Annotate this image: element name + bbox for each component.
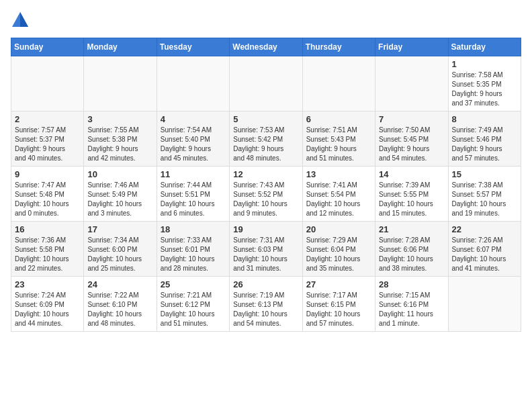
day-info: Sunrise: 7:51 AM Sunset: 5:43 PM Dayligh… xyxy=(306,126,371,163)
day-number: 19 xyxy=(233,224,298,234)
day-header-tuesday: Tuesday xyxy=(157,38,229,56)
calendar-cell: 11Sunrise: 7:44 AM Sunset: 5:51 PM Dayli… xyxy=(157,167,229,222)
day-number: 28 xyxy=(379,279,444,289)
calendar-cell: 8Sunrise: 7:49 AM Sunset: 5:46 PM Daylig… xyxy=(448,111,521,167)
calendar-cell xyxy=(157,56,229,111)
calendar-cell: 3Sunrise: 7:55 AM Sunset: 5:38 PM Daylig… xyxy=(84,111,157,167)
day-number: 16 xyxy=(15,224,80,234)
calendar-cell: 4Sunrise: 7:54 AM Sunset: 5:40 PM Daylig… xyxy=(157,111,229,167)
page-header xyxy=(11,11,521,30)
day-number: 12 xyxy=(233,169,298,179)
day-info: Sunrise: 7:26 AM Sunset: 6:07 PM Dayligh… xyxy=(452,236,517,273)
day-info: Sunrise: 7:47 AM Sunset: 5:48 PM Dayligh… xyxy=(15,181,80,218)
day-number: 26 xyxy=(233,279,298,289)
calendar-week-row: 23Sunrise: 7:24 AM Sunset: 6:09 PM Dayli… xyxy=(11,277,521,332)
calendar-cell: 23Sunrise: 7:24 AM Sunset: 6:09 PM Dayli… xyxy=(11,277,84,332)
day-info: Sunrise: 7:28 AM Sunset: 6:06 PM Dayligh… xyxy=(379,236,444,273)
day-number: 9 xyxy=(15,169,80,179)
day-info: Sunrise: 7:31 AM Sunset: 6:03 PM Dayligh… xyxy=(233,236,298,273)
day-number: 14 xyxy=(379,169,444,179)
day-info: Sunrise: 7:49 AM Sunset: 5:46 PM Dayligh… xyxy=(452,126,517,163)
day-number: 22 xyxy=(452,224,517,234)
day-number: 11 xyxy=(161,169,226,179)
calendar-cell xyxy=(230,56,302,111)
day-number: 10 xyxy=(87,169,152,179)
day-info: Sunrise: 7:46 AM Sunset: 5:49 PM Dayligh… xyxy=(87,181,152,218)
calendar-cell: 15Sunrise: 7:38 AM Sunset: 5:57 PM Dayli… xyxy=(448,167,521,222)
day-number: 25 xyxy=(161,279,226,289)
day-number: 2 xyxy=(15,114,80,124)
calendar-cell: 5Sunrise: 7:53 AM Sunset: 5:42 PM Daylig… xyxy=(230,111,302,167)
svg-marker-1 xyxy=(20,12,28,27)
calendar-table: SundayMondayTuesdayWednesdayThursdayFrid… xyxy=(11,38,521,332)
day-info: Sunrise: 7:17 AM Sunset: 6:15 PM Dayligh… xyxy=(306,291,371,328)
calendar-cell xyxy=(375,56,448,111)
day-info: Sunrise: 7:50 AM Sunset: 5:45 PM Dayligh… xyxy=(379,126,444,163)
day-number: 21 xyxy=(379,224,444,234)
day-header-sunday: Sunday xyxy=(11,38,84,56)
day-info: Sunrise: 7:33 AM Sunset: 6:01 PM Dayligh… xyxy=(161,236,226,273)
day-number: 13 xyxy=(306,169,371,179)
calendar-header-row: SundayMondayTuesdayWednesdayThursdayFrid… xyxy=(11,38,521,56)
day-number: 23 xyxy=(15,279,80,289)
day-info: Sunrise: 7:22 AM Sunset: 6:10 PM Dayligh… xyxy=(87,291,152,328)
day-number: 4 xyxy=(161,114,226,124)
day-info: Sunrise: 7:43 AM Sunset: 5:52 PM Dayligh… xyxy=(233,181,298,218)
calendar-cell: 19Sunrise: 7:31 AM Sunset: 6:03 PM Dayli… xyxy=(230,222,302,277)
day-info: Sunrise: 7:57 AM Sunset: 5:37 PM Dayligh… xyxy=(15,126,80,163)
calendar-cell: 21Sunrise: 7:28 AM Sunset: 6:06 PM Dayli… xyxy=(375,222,448,277)
day-number: 7 xyxy=(379,114,444,124)
day-header-thursday: Thursday xyxy=(302,38,375,56)
calendar-cell: 14Sunrise: 7:39 AM Sunset: 5:55 PM Dayli… xyxy=(375,167,448,222)
day-info: Sunrise: 7:38 AM Sunset: 5:57 PM Dayligh… xyxy=(452,181,517,218)
day-info: Sunrise: 7:21 AM Sunset: 6:12 PM Dayligh… xyxy=(161,291,226,328)
day-info: Sunrise: 7:58 AM Sunset: 5:35 PM Dayligh… xyxy=(452,71,517,108)
logo xyxy=(11,11,32,30)
calendar-cell: 2Sunrise: 7:57 AM Sunset: 5:37 PM Daylig… xyxy=(11,111,84,167)
calendar-cell: 7Sunrise: 7:50 AM Sunset: 5:45 PM Daylig… xyxy=(375,111,448,167)
day-header-monday: Monday xyxy=(84,38,157,56)
day-number: 17 xyxy=(87,224,152,234)
day-info: Sunrise: 7:36 AM Sunset: 5:58 PM Dayligh… xyxy=(15,236,80,273)
day-number: 6 xyxy=(306,114,371,124)
day-header-saturday: Saturday xyxy=(448,38,521,56)
day-info: Sunrise: 7:54 AM Sunset: 5:40 PM Dayligh… xyxy=(161,126,226,163)
calendar-cell: 10Sunrise: 7:46 AM Sunset: 5:49 PM Dayli… xyxy=(84,167,157,222)
calendar-cell xyxy=(84,56,157,111)
calendar-cell: 6Sunrise: 7:51 AM Sunset: 5:43 PM Daylig… xyxy=(302,111,375,167)
calendar-cell: 20Sunrise: 7:29 AM Sunset: 6:04 PM Dayli… xyxy=(302,222,375,277)
day-info: Sunrise: 7:39 AM Sunset: 5:55 PM Dayligh… xyxy=(379,181,444,218)
day-info: Sunrise: 7:29 AM Sunset: 6:04 PM Dayligh… xyxy=(306,236,371,273)
calendar-cell: 24Sunrise: 7:22 AM Sunset: 6:10 PM Dayli… xyxy=(84,277,157,332)
calendar-cell: 25Sunrise: 7:21 AM Sunset: 6:12 PM Dayli… xyxy=(157,277,229,332)
day-info: Sunrise: 7:15 AM Sunset: 6:16 PM Dayligh… xyxy=(379,291,444,328)
day-number: 3 xyxy=(87,114,152,124)
calendar-cell: 16Sunrise: 7:36 AM Sunset: 5:58 PM Dayli… xyxy=(11,222,84,277)
day-info: Sunrise: 7:41 AM Sunset: 5:54 PM Dayligh… xyxy=(306,181,371,218)
day-number: 27 xyxy=(306,279,371,289)
calendar-cell xyxy=(302,56,375,111)
day-info: Sunrise: 7:34 AM Sunset: 6:00 PM Dayligh… xyxy=(87,236,152,273)
calendar-cell: 18Sunrise: 7:33 AM Sunset: 6:01 PM Dayli… xyxy=(157,222,229,277)
day-info: Sunrise: 7:55 AM Sunset: 5:38 PM Dayligh… xyxy=(87,126,152,163)
day-info: Sunrise: 7:53 AM Sunset: 5:42 PM Dayligh… xyxy=(233,126,298,163)
day-info: Sunrise: 7:24 AM Sunset: 6:09 PM Dayligh… xyxy=(15,291,80,328)
calendar-week-row: 1Sunrise: 7:58 AM Sunset: 5:35 PM Daylig… xyxy=(11,56,521,111)
calendar-cell: 22Sunrise: 7:26 AM Sunset: 6:07 PM Dayli… xyxy=(448,222,521,277)
day-number: 24 xyxy=(87,279,152,289)
day-number: 1 xyxy=(452,59,517,69)
calendar-cell xyxy=(11,56,84,111)
calendar-week-row: 9Sunrise: 7:47 AM Sunset: 5:48 PM Daylig… xyxy=(11,167,521,222)
calendar-cell: 28Sunrise: 7:15 AM Sunset: 6:16 PM Dayli… xyxy=(375,277,448,332)
calendar-cell: 12Sunrise: 7:43 AM Sunset: 5:52 PM Dayli… xyxy=(230,167,302,222)
day-number: 8 xyxy=(452,114,517,124)
day-info: Sunrise: 7:19 AM Sunset: 6:13 PM Dayligh… xyxy=(233,291,298,328)
calendar-cell: 17Sunrise: 7:34 AM Sunset: 6:00 PM Dayli… xyxy=(84,222,157,277)
logo-icon xyxy=(11,11,30,30)
day-number: 5 xyxy=(233,114,298,124)
day-number: 20 xyxy=(306,224,371,234)
day-number: 15 xyxy=(452,169,517,179)
calendar-week-row: 16Sunrise: 7:36 AM Sunset: 5:58 PM Dayli… xyxy=(11,222,521,277)
day-number: 18 xyxy=(161,224,226,234)
day-header-wednesday: Wednesday xyxy=(230,38,302,56)
